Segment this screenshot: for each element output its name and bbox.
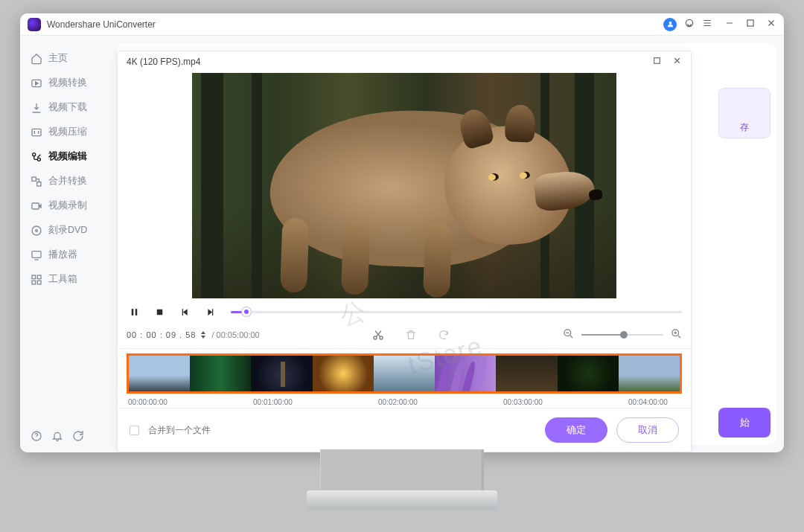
sidebar-item-toolbox[interactable]: 工具箱: [20, 267, 117, 292]
sidebar-item-convert[interactable]: 视频转换: [20, 71, 117, 95]
timeline: 片段 1 00:00:00:00 00:01:00:00 00:02:00:00…: [118, 349, 691, 408]
sidebar-item-label: 视频编辑: [48, 150, 87, 163]
zoom-controls: [563, 328, 682, 341]
svg-rect-19: [131, 309, 133, 315]
stop-button[interactable]: [152, 304, 167, 319]
sidebar-item-label: 工具箱: [48, 273, 77, 286]
sidebar-item-edit[interactable]: 视频编辑: [20, 144, 117, 169]
svg-point-10: [32, 226, 41, 235]
svg-rect-12: [32, 251, 41, 257]
timeline-thumb: [496, 356, 557, 391]
ok-button[interactable]: 确定: [545, 417, 607, 443]
svg-rect-16: [37, 281, 41, 284]
sidebar-item-download[interactable]: 视频下载: [20, 95, 117, 120]
time-tool-row: 00 : 00 : 09 . 58 / 00:05:00:00: [118, 325, 691, 349]
timeline-thumb: [619, 356, 680, 391]
sidebar-item-label: 主页: [48, 52, 68, 65]
tick-label: 00:02:00:00: [378, 398, 503, 406]
cancel-button[interactable]: 取消: [616, 417, 679, 443]
timeline-ticks: 00:00:00:00 00:01:00:00 00:02:00:00 00:0…: [127, 394, 682, 406]
help-icon[interactable]: [31, 430, 42, 445]
playback-controls: [118, 298, 691, 325]
video-editor-window: 4K (120 FPS).mp4: [117, 51, 692, 452]
zoom-in-icon[interactable]: [671, 328, 682, 341]
svg-point-0: [669, 22, 671, 25]
svg-point-11: [36, 229, 38, 231]
svg-rect-9: [32, 203, 39, 209]
sidebar-item-home[interactable]: 主页: [20, 46, 117, 71]
sidebar-item-record[interactable]: 视频录制: [20, 193, 117, 218]
sidebar-item-burn[interactable]: 刻录DVD: [20, 218, 117, 243]
minimize-icon[interactable]: [724, 18, 735, 31]
monitor-base: [307, 490, 497, 510]
svg-rect-2: [747, 19, 753, 25]
video-preview[interactable]: [192, 73, 616, 298]
editor-footer: 合并到一个文件 确定 取消: [118, 408, 691, 452]
app-window: Wondershare UniConverter 主页 视频转换 视频下载 视频…: [20, 13, 784, 452]
sidebar: 主页 视频转换 视频下载 视频压缩 视频编辑 合并转换 视频录制 刻录DVD 播…: [20, 36, 117, 452]
tick-label: 00:04:00:00: [628, 398, 680, 406]
sidebar-item-label: 视频转换: [48, 77, 87, 89]
sidebar-item-player[interactable]: 播放器: [20, 243, 117, 267]
timeline-thumb: [251, 356, 312, 391]
tick-label: 00:03:00:00: [503, 398, 628, 406]
svg-rect-13: [32, 275, 36, 279]
sidebar-item-compress[interactable]: 视频压缩: [20, 120, 117, 144]
time-stepper[interactable]: [201, 331, 205, 339]
current-time-input[interactable]: 00 : 00 : 09 . 58: [127, 330, 205, 339]
support-icon[interactable]: [684, 18, 695, 31]
sidebar-item-label: 视频压缩: [48, 126, 87, 138]
timeline-thumb: [313, 356, 374, 391]
title-bar: Wondershare UniConverter: [20, 13, 784, 36]
redo-icon[interactable]: [438, 329, 450, 341]
prev-frame-button[interactable]: [177, 304, 192, 319]
cut-icon[interactable]: [372, 329, 384, 341]
timeline-thumb: [435, 356, 496, 391]
timeline-thumb: [190, 356, 251, 391]
bell-icon[interactable]: [51, 430, 63, 445]
zoom-out-icon[interactable]: [563, 328, 574, 341]
svg-rect-21: [156, 309, 162, 315]
editor-titlebar: 4K (120 FPS).mp4: [118, 51, 691, 73]
merge-checkbox[interactable]: [130, 426, 139, 435]
sidebar-item-label: 刻录DVD: [48, 224, 87, 237]
sidebar-item-label: 视频下载: [48, 101, 87, 114]
svg-rect-15: [32, 281, 36, 284]
sidebar-item-label: 合并转换: [48, 175, 87, 188]
account-icon[interactable]: [663, 18, 677, 31]
svg-rect-7: [32, 177, 36, 181]
editor-close-icon[interactable]: [672, 56, 682, 68]
tick-label: 00:00:00:00: [128, 398, 253, 406]
svg-point-6: [37, 158, 40, 161]
app-title: Wondershare UniConverter: [47, 19, 663, 30]
editor-maximize-icon[interactable]: [652, 56, 662, 68]
editor-file-title: 4K (120 FPS).mp4: [127, 57, 200, 67]
close-icon[interactable]: [766, 18, 776, 31]
delete-icon[interactable]: [405, 329, 417, 341]
sidebar-item-merge[interactable]: 合并转换: [20, 169, 117, 193]
timeline-thumb: [129, 356, 190, 391]
timeline-thumb: [558, 356, 619, 391]
preset-card[interactable]: 存: [718, 88, 770, 138]
svg-rect-20: [135, 309, 137, 315]
start-button[interactable]: 始: [718, 408, 770, 438]
clip-strip[interactable]: 片段 1: [127, 353, 682, 394]
merge-label: 合并到一个文件: [148, 424, 536, 437]
next-frame-button[interactable]: [202, 304, 217, 319]
duration-label: / 00:05:00:00: [211, 330, 259, 339]
pause-button[interactable]: [127, 304, 141, 319]
tick-label: 00:01:00:00: [253, 398, 378, 406]
seek-bar[interactable]: [231, 311, 682, 313]
timeline-thumb: [374, 356, 435, 391]
svg-rect-18: [654, 58, 660, 64]
menu-icon[interactable]: [702, 18, 712, 31]
zoom-slider[interactable]: [581, 334, 663, 336]
svg-point-5: [33, 153, 36, 156]
svg-rect-14: [37, 275, 41, 279]
sidebar-item-label: 视频录制: [48, 199, 87, 212]
svg-rect-8: [37, 182, 41, 185]
feedback-icon[interactable]: [72, 430, 84, 445]
sidebar-item-label: 播放器: [48, 249, 77, 261]
maximize-icon[interactable]: [745, 18, 756, 31]
sidebar-footer: [20, 423, 117, 452]
